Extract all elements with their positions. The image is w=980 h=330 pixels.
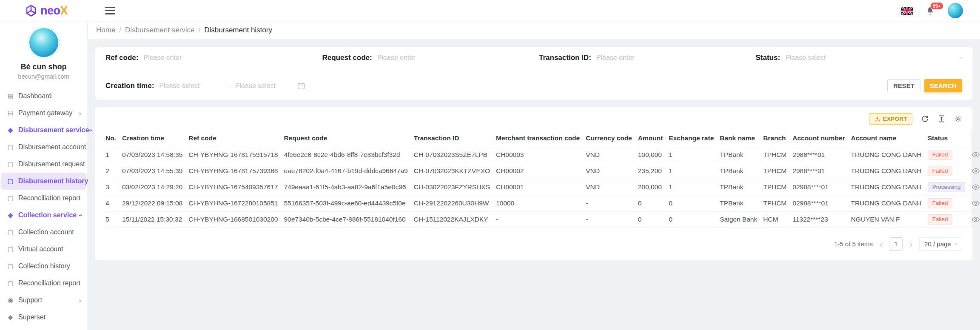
cell-amount: 235,200 bbox=[638, 163, 669, 179]
sidebar-item-reconciliation-report[interactable]: ▢ Reconciliation report bbox=[0, 275, 87, 292]
transaction-id-input[interactable] bbox=[596, 54, 746, 62]
table-row: 2 07/03/2023 14:55:39 CH-YBYHNG-16781757… bbox=[105, 163, 980, 179]
ref-code-filter: Ref code: bbox=[105, 54, 322, 62]
main-area: Home / Disbursement service / Disburseme… bbox=[88, 21, 980, 330]
sidebar-item-disbursement-account[interactable]: ▢ Disbursement account bbox=[0, 139, 87, 156]
breadcrumb-disbursement-service[interactable]: Disbursement service bbox=[125, 26, 194, 34]
table-row: 3 03/02/2023 14:29:20 CH-YBYHNG-16754093… bbox=[105, 179, 980, 195]
cell-transaction-id: CH-07032023S5ZE7LPB bbox=[414, 147, 496, 163]
creation-time-label: Creation time: bbox=[105, 82, 154, 90]
cell-branch: TPHCM bbox=[763, 179, 792, 195]
reset-button[interactable]: RESET bbox=[887, 79, 920, 92]
sidebar-item-disbursement-history[interactable]: ▢ Disbursement history bbox=[1, 173, 86, 190]
sidebar-item-payment-gateway[interactable]: ▤ Payment gateway › bbox=[0, 105, 87, 122]
column-header-currency-code: Currency code bbox=[586, 130, 638, 147]
document-icon: ▢ bbox=[6, 262, 14, 270]
cell-amount: 0 bbox=[638, 211, 669, 228]
user-avatar-large bbox=[28, 27, 60, 58]
cell-bank-name: TPBank bbox=[720, 179, 763, 195]
cell-actions bbox=[971, 195, 980, 211]
export-icon bbox=[874, 116, 880, 122]
document-icon: ▢ bbox=[6, 143, 14, 151]
cell-actions bbox=[971, 211, 980, 228]
page-number-button[interactable]: 1 bbox=[889, 237, 903, 251]
app-root: neoX 99+ bbox=[0, 0, 980, 330]
chevron-down-icon: › bbox=[952, 243, 959, 245]
cell-request-code: eae78202-f0a4-4167-b19d-dddca96647a9 bbox=[284, 163, 413, 179]
search-button[interactable]: SEARCH bbox=[924, 79, 962, 92]
sidebar-item-label: Payment gateway bbox=[18, 109, 72, 117]
user-avatar-small[interactable] bbox=[948, 3, 963, 18]
sidebar-item-label: Support bbox=[18, 296, 42, 304]
ref-code-label: Ref code: bbox=[105, 54, 138, 62]
page-content: Ref code: Request code: Transaction ID: bbox=[88, 39, 980, 330]
table-body: 1 07/03/2023 14:58:35 CH-YBYHNG-16781759… bbox=[105, 147, 980, 228]
sidebar-item-disbursement-request[interactable]: ▢ Disbursement request bbox=[0, 156, 87, 173]
sidebar-item-collection-history[interactable]: ▢ Collection history bbox=[0, 258, 87, 275]
sidebar-item-label: Disbursement request bbox=[18, 160, 85, 168]
breadcrumb-home[interactable]: Home bbox=[96, 26, 115, 34]
creation-time-range-picker[interactable]: Please select → Please select bbox=[159, 82, 305, 90]
disbursement-history-table: No.Creation timeRef codeRequest codeTran… bbox=[105, 130, 980, 228]
cell-currency-code: VND bbox=[586, 179, 638, 195]
page-size-select[interactable]: 20 / page › bbox=[919, 237, 962, 251]
column-header-ref-code: Ref code bbox=[188, 130, 284, 147]
sidebar-item-virtual-account[interactable]: ▢ Virtual account bbox=[0, 241, 87, 258]
cell-amount: 100,000 bbox=[638, 147, 669, 163]
sidebar-item-collection-account[interactable]: ▢ Collection account bbox=[0, 224, 87, 241]
request-code-label: Request code: bbox=[322, 54, 372, 62]
cell-creation-time: 07/03/2023 14:58:35 bbox=[122, 147, 188, 163]
status-select[interactable]: Please select › bbox=[785, 54, 962, 62]
cell-branch: TPHCM bbox=[763, 163, 792, 179]
cell-ref-code: CH-YBYHNG-1672280105851 bbox=[188, 195, 284, 211]
header-actions: 99+ bbox=[901, 3, 963, 18]
view-details-eye-icon[interactable] bbox=[971, 199, 980, 208]
request-code-input[interactable] bbox=[377, 54, 529, 62]
cell-ref-code: CH-YBYHNG-1675409357617 bbox=[188, 179, 284, 195]
calendar-icon bbox=[297, 82, 305, 90]
cell-ref-code: CH-YBYHNG-1678175915718 bbox=[188, 147, 284, 163]
refresh-icon[interactable] bbox=[921, 115, 929, 123]
cell-exchange-rate: 0 bbox=[669, 195, 720, 211]
creation-time-filter: Creation time: Please select → Please se… bbox=[105, 82, 315, 90]
column-height-icon[interactable] bbox=[937, 115, 946, 123]
cell-bank-name: TPBank bbox=[720, 163, 763, 179]
neox-logo[interactable]: neoX bbox=[25, 4, 68, 17]
column-header-request-code: Request code bbox=[284, 130, 413, 147]
user-name: Bé cun shop bbox=[0, 63, 87, 71]
settings-gear-icon[interactable] bbox=[954, 115, 962, 123]
cell-creation-time: 03/02/2023 14:29:20 bbox=[122, 179, 188, 195]
next-page-button[interactable]: › bbox=[909, 240, 913, 248]
view-details-eye-icon[interactable] bbox=[971, 215, 980, 224]
language-flag-icon[interactable] bbox=[901, 7, 913, 15]
sidebar-item-label: Virtual account bbox=[18, 245, 63, 253]
sidebar-item-disbursement-service[interactable]: ◈ Disbursement service › bbox=[0, 122, 87, 139]
export-button[interactable]: EXPORT bbox=[869, 113, 912, 125]
view-details-eye-icon[interactable] bbox=[971, 151, 980, 159]
cell-actions bbox=[971, 147, 980, 163]
cell-currency-code: VND bbox=[586, 147, 638, 163]
sidebar-item-reconciliation-report[interactable]: ▢ Reconciliation report bbox=[0, 190, 87, 207]
range-arrow-icon: → bbox=[225, 82, 232, 90]
neox-logo-icon bbox=[25, 4, 37, 17]
sidebar-profile: Bé cun shop becun@gmail.com bbox=[0, 21, 87, 80]
request-code-filter: Request code: bbox=[322, 54, 539, 62]
cell-merchant-transaction-code: 10000 bbox=[496, 195, 586, 211]
disbursement-service-icon: ◈ bbox=[6, 126, 14, 134]
chevron-icon: › bbox=[87, 129, 94, 131]
cell-creation-time: 29/12/2022 09:15:08 bbox=[122, 195, 188, 211]
status-badge: Processing bbox=[928, 182, 966, 192]
prev-page-button[interactable]: ‹ bbox=[879, 240, 883, 248]
ref-code-input[interactable] bbox=[143, 54, 312, 62]
superset-icon: ◆ bbox=[6, 313, 14, 321]
cell-transaction-id: CH-07032023KKTZVEXO bbox=[414, 163, 496, 179]
sidebar-item-collection-service[interactable]: ◈ Collection service › bbox=[0, 207, 87, 224]
sidebar-item-dashboard[interactable]: ▦ Dashboard bbox=[0, 88, 87, 105]
sidebar-item-support[interactable]: ◉ Support › bbox=[0, 292, 87, 309]
view-details-eye-icon[interactable] bbox=[971, 183, 980, 191]
hamburger-menu-icon[interactable] bbox=[103, 5, 117, 16]
cell-ref-code: CH-YBYHNG-1668501030200 bbox=[188, 211, 284, 228]
view-details-eye-icon[interactable] bbox=[971, 167, 980, 175]
sidebar-item-superset[interactable]: ◆ Superset bbox=[0, 309, 87, 326]
notification-bell-icon[interactable]: 99+ bbox=[926, 6, 935, 15]
